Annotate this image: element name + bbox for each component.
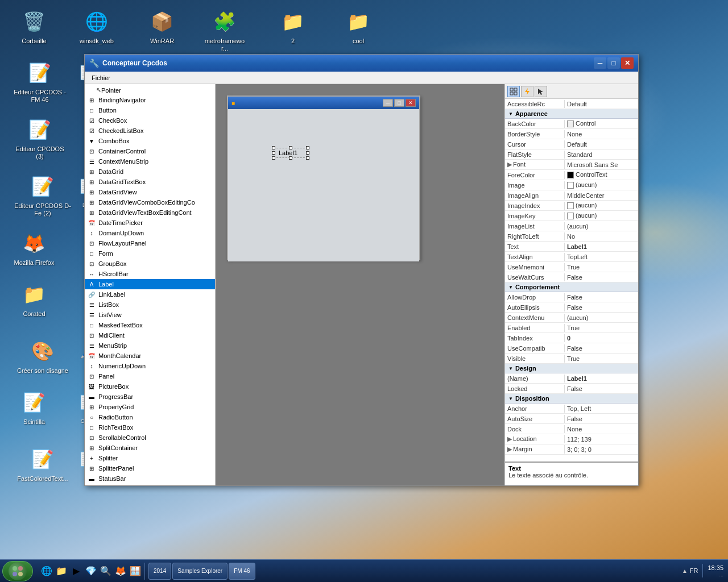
design-canvas[interactable]: ■ ─ □ ✕ — [216, 84, 504, 485]
component-item-radiobutton[interactable]: ○ RadioButton — [85, 412, 215, 422]
desktop-icon-cpcdos2[interactable]: 📝 Editeur CPCDOS D-Fe (2) — [11, 171, 74, 219]
handle-bl[interactable] — [272, 156, 275, 160]
component-item-datagridviewcombo[interactable]: ⊞ DataGridViewComboBoxEditingCo — [85, 197, 215, 207]
quicklaunch-explorer[interactable]: 📁 — [55, 564, 68, 578]
desktop-icon-cool[interactable]: 📁 cool — [336, 6, 381, 47]
handle-lm[interactable] — [272, 151, 275, 155]
component-item-statusstrip[interactable]: ▬ StatusStrip — [85, 484, 215, 485]
quicklaunch-vs[interactable]: 💎 — [84, 564, 98, 578]
component-item-maskedtextbox[interactable]: □ MaskedTextBox — [85, 320, 215, 330]
prop-section-apparence: ▼ Apparence — [505, 109, 638, 119]
quicklaunch-media[interactable]: ▶ — [69, 564, 83, 578]
component-item-form[interactable]: □ Form — [85, 248, 215, 259]
component-item-checkedlistbox[interactable]: ☑ CheckedListBox — [85, 126, 215, 136]
desktop-icon-corated[interactable]: 📁 Corated — [11, 278, 57, 320]
component-item-linklabel[interactable]: 🔗 LinkLabel — [85, 289, 215, 300]
component-item-numericupdown[interactable]: ↕ NumericUpDown — [85, 361, 215, 371]
handle-bm[interactable] — [289, 156, 292, 160]
prop-row-imagekey: ImageKey (aucun) — [505, 211, 638, 221]
desktop-icon-firefox[interactable]: 🦊 Mozilla Firefox — [11, 227, 57, 269]
desktop-icon-corbeille[interactable]: 🗑️ Corbeille — [11, 6, 57, 47]
taskbar-btn-fm46[interactable]: FM 46 — [229, 563, 255, 580]
desktop-icon-metroframe[interactable]: 🧩 metroframewor... — [202, 6, 247, 55]
component-item-hscrollbar[interactable]: ↔ HScrollBar — [85, 269, 215, 279]
close-button[interactable]: ✕ — [621, 57, 634, 69]
desktop-icon-creer[interactable]: 🎨 Créer son disagne — [11, 335, 74, 377]
component-item-datagridview[interactable]: ⊞ DataGridView — [85, 187, 215, 197]
component-item-checkbox[interactable]: ☑ CheckBox — [85, 115, 215, 126]
handle-br[interactable] — [306, 156, 309, 160]
component-item-richtextbox[interactable]: □ RichTextBox — [85, 422, 215, 433]
desktop-icon-winrar[interactable]: 📦 WinRAR — [139, 6, 185, 47]
taskbar-btn-2014[interactable]: 2014 — [148, 563, 171, 580]
desktop-icon-scintilla[interactable]: 📝 Scintilla — [11, 386, 57, 428]
desktop-icon-folder2[interactable]: 📁 2 — [270, 6, 316, 47]
props-desc-text: Le texte associé au contrôle. — [508, 472, 635, 479]
component-item-button[interactable]: □ Button — [85, 105, 215, 115]
desktop-icon-cpcdos3[interactable]: 📝 Editeur CPCDOS (3) — [11, 114, 68, 163]
component-item-monthcalendar[interactable]: 📅 MonthCalendar — [85, 351, 215, 361]
menu-fichier[interactable]: Fichier — [87, 73, 115, 82]
fastcolored-icon: 📝 — [29, 446, 56, 473]
component-item-panel[interactable]: ⊡ Panel — [85, 371, 215, 381]
component-item-splitter[interactable]: + Splitter — [85, 453, 215, 463]
props-lightning-button[interactable] — [521, 86, 533, 97]
quicklaunch-ie[interactable]: 🌐 — [40, 564, 53, 578]
component-item-datagridtextbox[interactable]: ⊞ DataGridTextBox — [85, 177, 215, 187]
handle-tm[interactable] — [289, 146, 292, 149]
component-item-mdiclient[interactable]: ⊡ MdiClient — [85, 330, 215, 340]
component-item-combobox[interactable]: ▼ ComboBox — [85, 136, 215, 146]
component-item-scrollablecontrol[interactable]: ⊡ ScrollableControl — [85, 433, 215, 443]
label-control-container[interactable]: Label1 — [274, 148, 308, 158]
prop-row-location[interactable]: ▶Location 112; 139 — [505, 434, 638, 444]
flowlayout-icon: ⊡ — [87, 239, 96, 248]
component-item-domainupdown[interactable]: ↕ DomainUpDown — [85, 228, 215, 238]
component-item-progressbar[interactable]: ▬ ProgressBar — [85, 392, 215, 402]
component-item-listview[interactable]: ☰ ListView — [85, 310, 215, 320]
form-close-button[interactable]: ✕ — [406, 99, 416, 107]
component-item-bindingnav[interactable]: ⊞ BindingNavigator — [85, 95, 215, 105]
component-item-listbox[interactable]: ☰ ListBox — [85, 300, 215, 310]
taskbar-btn-samples[interactable]: Samples Explorer — [172, 563, 228, 580]
handle-rm[interactable] — [306, 151, 309, 155]
component-item-splitcontainer[interactable]: ⊞ SplitContainer — [85, 443, 215, 453]
form-maximize-button[interactable]: □ — [394, 99, 404, 107]
quicklaunch-search[interactable]: 🔍 — [99, 564, 113, 578]
tray-show-icons[interactable]: ▲ — [682, 568, 688, 574]
desktop-icon-fastcolored[interactable]: 📝 FastColoredText... — [11, 443, 74, 485]
component-item-contextmenu[interactable]: ☰ ContextMenuStrip — [85, 156, 215, 167]
quicklaunch-win[interactable]: 🪟 — [129, 564, 142, 578]
component-item-datagridviewtextbox[interactable]: ⊞ DataGridViewTextBoxEditingCont — [85, 207, 215, 218]
handle-tr[interactable] — [306, 146, 309, 149]
component-item-containercontrol[interactable]: ⊡ ContainerControl — [85, 146, 215, 156]
component-item-flowlayout[interactable]: ⊡ FlowLayoutPanel — [85, 238, 215, 248]
handle-tl[interactable] — [272, 146, 275, 149]
start-button[interactable] — [2, 561, 33, 581]
corated-label: Corated — [14, 310, 55, 318]
prop-row-margin[interactable]: ▶Margin 3; 0; 3; 0 — [505, 444, 638, 455]
component-item-propertygrid[interactable]: ⊞ PropertyGrid — [85, 402, 215, 412]
picturebox-icon: 🖼 — [87, 382, 96, 391]
minimize-button[interactable]: ─ — [594, 57, 606, 69]
form-preview[interactable]: ■ ─ □ ✕ — [227, 95, 420, 260]
component-item-datetimepicker[interactable]: 📅 DateTimePicker — [85, 218, 215, 228]
pointer-item[interactable]: ↖ Pointer — [85, 85, 215, 95]
component-item-picturebox[interactable]: 🖼 PictureBox — [85, 381, 215, 392]
component-item-menustrip[interactable]: ☰ MenuStrip — [85, 340, 215, 351]
prop-row-imageindex: ImageIndex (aucun) — [505, 201, 638, 211]
desktop-icon-cpcdos1[interactable]: 📝 Editeur CPCDOS - FM 46 — [11, 57, 68, 106]
prop-row-font[interactable]: ▶Font Microsoft Sans Se — [505, 160, 638, 170]
component-item-statusbar[interactable]: ▬ StatusBar — [85, 473, 215, 484]
component-item-datagrid[interactable]: ⊞ DataGrid — [85, 167, 215, 177]
props-cursor-button[interactable] — [535, 86, 547, 97]
props-grid-button[interactable] — [507, 86, 520, 97]
hscrollbar-icon: ↔ — [87, 269, 96, 278]
quicklaunch-firefox[interactable]: 🦊 — [114, 564, 127, 578]
component-item-groupbox[interactable]: ⊡ GroupBox — [85, 259, 215, 269]
form-minimize-button[interactable]: ─ — [383, 99, 393, 107]
desktop-icon-winsdk[interactable]: 🌐 winsdk_web — [74, 6, 119, 47]
taskbar: 🌐 📁 ▶ 💎 🔍 🦊 🪟 2014 Samples Explorer FM 4… — [0, 559, 728, 582]
maximize-button[interactable]: □ — [607, 57, 620, 69]
component-item-label[interactable]: A Label — [85, 279, 215, 289]
component-item-splitterpanel[interactable]: ⊞ SplitterPanel — [85, 463, 215, 473]
